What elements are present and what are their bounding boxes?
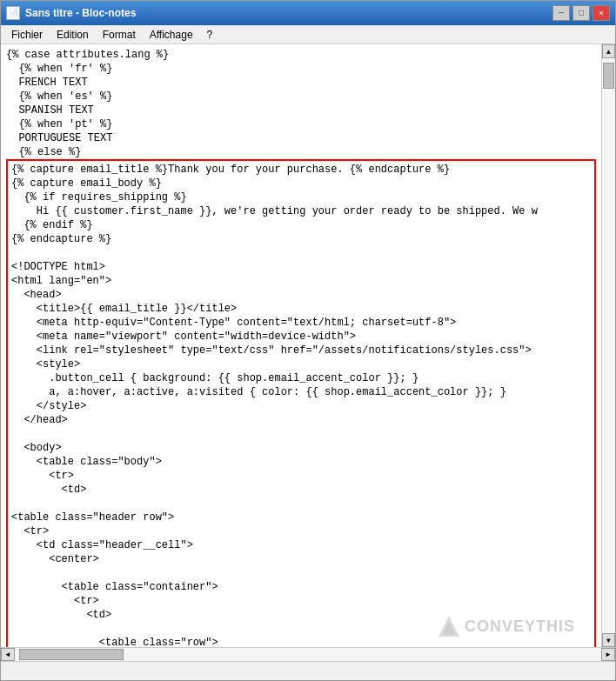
vertical-scrollbar[interactable]: ▲ ▼: [601, 44, 615, 647]
watermark-text: CONVEYTHIS: [465, 618, 575, 636]
code-line: <head>: [11, 288, 591, 302]
menu-bar: Fichier Edition Format Affichage ?: [1, 25, 615, 44]
maximize-button[interactable]: □: [572, 5, 590, 21]
code-line: {% endcapture %}: [11, 232, 591, 246]
code-line: FRENCH TEXT: [6, 76, 596, 90]
code-line: <td>: [11, 483, 591, 497]
code-line: {% case attributes.lang %}: [6, 48, 596, 62]
code-line: <html lang="en">: [11, 274, 591, 288]
window: 📄 Sans titre - Bloc-notes ─ □ ✕ Fichier …: [0, 0, 616, 681]
close-button[interactable]: ✕: [593, 5, 610, 21]
code-line: [11, 246, 591, 260]
code-line: <tr>: [11, 594, 591, 608]
code-line: <tr>: [11, 469, 591, 483]
scroll-track[interactable]: [602, 58, 615, 633]
code-editor[interactable]: {% case attributes.lang %} {% when 'fr' …: [1, 44, 601, 647]
code-line: {% when 'fr' %}: [6, 62, 596, 76]
code-line: {% capture email_body %}: [11, 177, 591, 190]
watermark: CONVEYTHIS: [437, 614, 575, 638]
code-line: </style>: [11, 399, 591, 413]
title-bar-left: 📄 Sans titre - Bloc-notes: [6, 6, 136, 20]
code-line: <body>: [11, 441, 591, 455]
code-line: <meta name="viewport" content="width=dev…: [11, 330, 591, 344]
code-line: <link rel="stylesheet" type="text/css" h…: [11, 344, 591, 357]
menu-format[interactable]: Format: [96, 27, 143, 43]
code-line: <style>: [11, 357, 591, 371]
red-bordered-section: {% capture email_title %}Thank you for y…: [6, 159, 596, 647]
code-line: {% endif %}: [11, 218, 591, 232]
code-line: PORTUGUESE TEXT: [6, 131, 596, 145]
code-line: <table class="header row">: [11, 511, 591, 524]
app-icon: 📄: [6, 6, 20, 20]
scroll-up-button[interactable]: ▲: [602, 44, 615, 58]
code-line: <!DOCTYPE html>: [11, 260, 591, 274]
code-line: Hi {{ customer.first_name }}, we're gett…: [11, 204, 591, 218]
code-line: <meta http-equiv="Content-Type" content=…: [11, 316, 591, 330]
window-title: Sans titre - Bloc-notes: [25, 7, 136, 19]
code-line: <table class="body">: [11, 455, 591, 469]
code-line: </head>: [11, 413, 591, 427]
scroll-thumb[interactable]: [603, 63, 614, 89]
scroll-right-button[interactable]: ►: [601, 648, 615, 661]
status-bar: [1, 661, 615, 680]
code-line: <title>{{ email_title }}</title>: [11, 302, 591, 316]
code-line: [11, 497, 591, 511]
editor-container: {% case attributes.lang %} {% when 'fr' …: [1, 44, 615, 647]
conveythis-logo-icon: [437, 614, 461, 638]
code-line: <center>: [11, 552, 591, 566]
code-line: <td class="header__cell">: [11, 538, 591, 552]
horizontal-scrollbar[interactable]: ◄ ►: [1, 647, 615, 661]
menu-help[interactable]: ?: [200, 27, 220, 43]
scroll-h-track[interactable]: [15, 648, 601, 661]
menu-edition[interactable]: Edition: [50, 27, 96, 43]
menu-fichier[interactable]: Fichier: [4, 27, 50, 43]
editor-content[interactable]: {% case attributes.lang %} {% when 'fr' …: [1, 44, 601, 647]
code-line: [11, 566, 591, 580]
title-bar: 📄 Sans titre - Bloc-notes ─ □ ✕: [1, 1, 615, 25]
window-controls: ─ □ ✕: [552, 5, 610, 21]
scroll-left-button[interactable]: ◄: [1, 648, 15, 661]
scroll-down-button[interactable]: ▼: [602, 633, 615, 647]
code-line: {% if requires_shipping %}: [11, 190, 591, 204]
code-line: <tr>: [11, 524, 591, 538]
code-line: a, a:hover, a:active, a:visited { color:…: [11, 385, 591, 399]
code-line: [11, 427, 591, 441]
code-line: {% else %}: [6, 145, 596, 159]
code-line: .button_cell { background: {{ shop.email…: [11, 371, 591, 385]
code-line: {% capture email_title %}Thank you for y…: [11, 163, 591, 177]
code-line: SPANISH TEXT: [6, 103, 596, 117]
minimize-button[interactable]: ─: [552, 5, 570, 21]
scroll-h-thumb[interactable]: [19, 649, 124, 660]
code-line: {% when 'es' %}: [6, 90, 596, 103]
code-line: <table class="container">: [11, 580, 591, 594]
code-line: {% when 'pt' %}: [6, 117, 596, 131]
menu-affichage[interactable]: Affichage: [143, 27, 200, 43]
